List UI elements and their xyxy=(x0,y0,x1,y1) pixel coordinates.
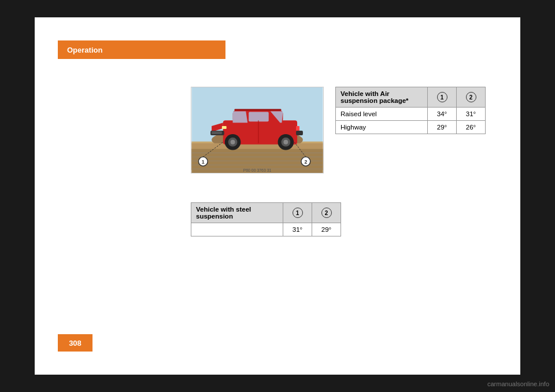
svg-rect-18 xyxy=(212,131,222,134)
table-steel-row1-label xyxy=(191,223,283,236)
table-steel-suspension: Vehicle with steel suspension 1 2 31° 29… xyxy=(191,202,341,236)
table-steel-row1-val1: 31° xyxy=(283,223,312,236)
table-row: 31° 29° xyxy=(191,223,341,236)
table-air-raised-val2: 31° xyxy=(457,108,486,121)
svg-rect-22 xyxy=(235,109,282,110)
table-row: Highway 29° 26° xyxy=(336,121,486,134)
table-steel-col2-header: 1 xyxy=(283,203,312,223)
table-air-raised-label: Raised level xyxy=(336,108,428,121)
table-air-col3-header: 2 xyxy=(457,87,486,108)
table-steel-col3-header: 2 xyxy=(312,203,341,223)
table-air-suspension: Vehicle with Air suspension package* 1 2… xyxy=(335,87,486,134)
table-air-col2-header: 1 xyxy=(428,87,457,108)
svg-rect-14 xyxy=(249,112,269,121)
page-number-badge: 308 xyxy=(58,334,92,352)
svg-text:1: 1 xyxy=(202,159,205,165)
page-number-label: 308 xyxy=(69,339,82,347)
table-steel-col1-header: Vehicle with steel suspension xyxy=(191,203,283,223)
car-illustration: 1 2 P60 00 3763 31 xyxy=(191,87,324,173)
table-air-raised-val1: 34° xyxy=(428,108,457,121)
operation-label: Operation xyxy=(67,46,102,54)
watermark: carmanualsonline.info xyxy=(487,380,549,387)
svg-rect-19 xyxy=(222,126,227,129)
svg-text:P60 00 3763 31: P60 00 3763 31 xyxy=(243,168,272,172)
page: Operation xyxy=(35,17,520,375)
table-row: Raised level 34° 31° xyxy=(336,108,486,121)
table-air-col1-header: Vehicle with Air suspension package* xyxy=(336,87,428,108)
svg-point-25 xyxy=(231,140,235,145)
svg-point-28 xyxy=(283,140,288,145)
table-air-highway-val1: 29° xyxy=(428,121,457,134)
svg-rect-20 xyxy=(296,131,303,135)
svg-marker-12 xyxy=(233,111,248,123)
svg-text:2: 2 xyxy=(304,159,307,165)
table-steel-row1-val2: 29° xyxy=(312,223,341,236)
table-air-highway-val2: 26° xyxy=(457,121,486,134)
svg-rect-21 xyxy=(296,126,299,131)
operation-banner: Operation xyxy=(58,40,225,59)
table-air-highway-label: Highway xyxy=(336,121,428,134)
